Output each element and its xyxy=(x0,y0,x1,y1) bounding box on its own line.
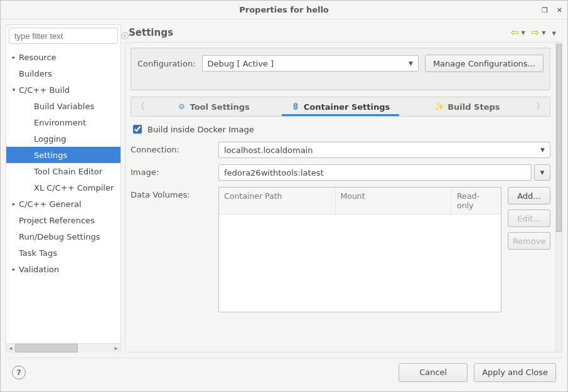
tree-item-label: Settings xyxy=(34,151,67,160)
tree-item[interactable]: Tool Chain Editor xyxy=(6,163,121,179)
col-mount[interactable]: Mount xyxy=(336,188,453,214)
close-icon[interactable]: ✕ xyxy=(557,6,562,14)
tree-item[interactable]: ▾C/C++ Build xyxy=(6,82,121,98)
tree-item-label: Run/Debug Settings xyxy=(19,232,100,241)
page-nav: ⇦ ▼ ⇨ ▼ ▾ xyxy=(511,27,556,38)
scroll-track[interactable] xyxy=(15,344,112,352)
collapsed-icon[interactable]: ▸ xyxy=(9,54,19,60)
filter-input[interactable] xyxy=(13,31,121,41)
build-inside-docker-checkbox[interactable] xyxy=(133,125,142,134)
properties-dialog: Properties for hello ❐ ✕ ⓧ ▸ResourceBuil… xyxy=(0,0,568,392)
tree-item-label: C/C++ General xyxy=(19,199,82,209)
maximize-icon[interactable]: ❐ xyxy=(542,6,548,14)
tree-item[interactable]: Task Tags xyxy=(6,245,121,261)
category-tree[interactable]: ▸ResourceBuilders▾C/C++ BuildBuild Varia… xyxy=(6,46,121,343)
tree-item-label: Build Variables xyxy=(34,102,94,111)
tab-scroll-right-icon[interactable]: 〉 xyxy=(531,97,550,116)
titlebar: Properties for hello ❐ ✕ xyxy=(1,1,567,19)
build-inside-docker-label: Build inside Docker Image xyxy=(147,125,254,134)
forward-icon[interactable]: ⇨ xyxy=(532,27,540,38)
tree-item-label: C/C++ Build xyxy=(19,85,70,95)
settings-tabbar: 〈 ⚙ Tool Settings 🛢 Container Settings ✨… xyxy=(131,97,550,117)
collapsed-icon[interactable]: ▸ xyxy=(9,201,19,207)
scroll-thumb[interactable] xyxy=(15,344,78,352)
configuration-value: Debug [ Active ] xyxy=(208,59,274,68)
view-menu-icon[interactable]: ▾ xyxy=(552,28,556,38)
tree-item[interactable]: Builders xyxy=(6,65,121,82)
content-v-scrollbar[interactable] xyxy=(555,43,562,352)
tree-item[interactable]: XL C/C++ Compiler xyxy=(6,179,121,196)
tree-item-label: Environment xyxy=(34,118,86,127)
edit-volume-button: Edit... xyxy=(508,209,550,227)
tab-tool-settings[interactable]: ⚙ Tool Settings xyxy=(150,97,277,116)
col-read-only[interactable]: Read-only xyxy=(452,188,501,214)
tree-item-label: Builders xyxy=(19,69,52,78)
tree-item[interactable]: Run/Debug Settings xyxy=(6,228,121,245)
connection-value: localhost.localdomain xyxy=(224,146,313,155)
collapsed-icon[interactable]: ▸ xyxy=(9,266,19,272)
chevron-down-icon: ▼ xyxy=(409,60,413,66)
tree-item[interactable]: Settings xyxy=(6,147,121,163)
tree-item-label: XL C/C++ Compiler xyxy=(34,183,114,193)
tree-item[interactable]: ▸C/C++ General xyxy=(6,196,121,212)
image-dropdown-button[interactable]: ▼ xyxy=(534,164,550,181)
cancel-button[interactable]: Cancel xyxy=(399,363,468,382)
page-title: Settings xyxy=(129,27,173,38)
tree-item-label: Validation xyxy=(19,265,59,274)
wand-icon: ✨ xyxy=(435,102,444,111)
manage-configurations-button[interactable]: Manage Configurations... xyxy=(425,55,544,72)
data-volumes-label: Data Volumes: xyxy=(131,187,212,199)
back-icon[interactable]: ⇦ xyxy=(511,27,519,38)
tree-item-label: Resource xyxy=(19,53,56,62)
back-history-icon[interactable]: ▼ xyxy=(522,30,525,36)
tree-item[interactable]: Build Variables xyxy=(6,98,121,114)
add-volume-button[interactable]: Add... xyxy=(508,187,550,204)
window-title: Properties for hello xyxy=(239,5,329,14)
dialog-footer: ? Cancel Apply and Close xyxy=(6,358,562,386)
configuration-label: Configuration: xyxy=(137,59,196,68)
tree-item-label: Tool Chain Editor xyxy=(34,167,102,176)
tab-scroll-left-icon[interactable]: 〈 xyxy=(131,97,150,116)
tree-item[interactable]: Project References xyxy=(6,212,121,228)
connection-select[interactable]: localhost.localdomain ▼ xyxy=(218,142,550,158)
container-icon: 🛢 xyxy=(291,102,300,111)
tab-label: Container Settings xyxy=(304,102,390,112)
tab-build-steps[interactable]: ✨ Build Steps xyxy=(404,97,531,116)
forward-history-icon[interactable]: ▼ xyxy=(542,30,545,36)
tree-item[interactable]: Environment xyxy=(6,114,121,130)
tree-item[interactable]: ▸Resource xyxy=(6,49,121,65)
scroll-right-icon[interactable]: ▸ xyxy=(112,344,121,352)
expanded-icon[interactable]: ▾ xyxy=(9,87,19,93)
configuration-select[interactable]: Debug [ Active ] ▼ xyxy=(202,55,419,72)
tab-label: Tool Settings xyxy=(190,102,249,112)
apply-and-close-button[interactable]: Apply and Close xyxy=(474,363,556,382)
tree-item[interactable]: Logging xyxy=(6,130,121,147)
category-panel: ⓧ ▸ResourceBuilders▾C/C++ BuildBuild Var… xyxy=(6,24,121,352)
settings-panel: Settings ⇦ ▼ ⇨ ▼ ▾ Configuration: Debug xyxy=(125,24,562,352)
connection-label: Connection: xyxy=(131,142,212,154)
container-settings-form: Build inside Docker Image Connection: lo… xyxy=(131,123,550,312)
scroll-left-icon[interactable]: ◂ xyxy=(6,344,15,352)
tab-container-settings[interactable]: 🛢 Container Settings xyxy=(277,97,404,116)
v-scroll-thumb[interactable] xyxy=(556,44,562,232)
tree-item-label: Logging xyxy=(34,134,67,144)
tree-item[interactable]: ▸Validation xyxy=(6,261,121,277)
data-volumes-table[interactable]: Container Path Mount Read-only xyxy=(218,187,501,312)
image-field[interactable]: fedora26withtools:latest xyxy=(218,164,532,181)
image-label: Image: xyxy=(131,164,212,177)
help-icon[interactable]: ? xyxy=(12,366,26,379)
image-value: fedora26withtools:latest xyxy=(224,168,324,177)
tree-item-label: Task Tags xyxy=(19,248,57,258)
filter-box[interactable]: ⓧ xyxy=(9,28,118,44)
configuration-bar: Configuration: Debug [ Active ] ▼ Manage… xyxy=(131,48,550,90)
tree-h-scrollbar[interactable]: ◂ ▸ xyxy=(6,343,121,352)
tree-item-label: Project References xyxy=(19,216,95,225)
gear-icon: ⚙ xyxy=(177,102,186,111)
tab-label: Build Steps xyxy=(447,102,500,112)
remove-volume-button: Remove xyxy=(508,232,550,250)
chevron-down-icon: ▼ xyxy=(540,147,545,153)
dialog-body: ⓧ ▸ResourceBuilders▾C/C++ BuildBuild Var… xyxy=(1,19,567,391)
col-container-path[interactable]: Container Path xyxy=(219,188,336,214)
